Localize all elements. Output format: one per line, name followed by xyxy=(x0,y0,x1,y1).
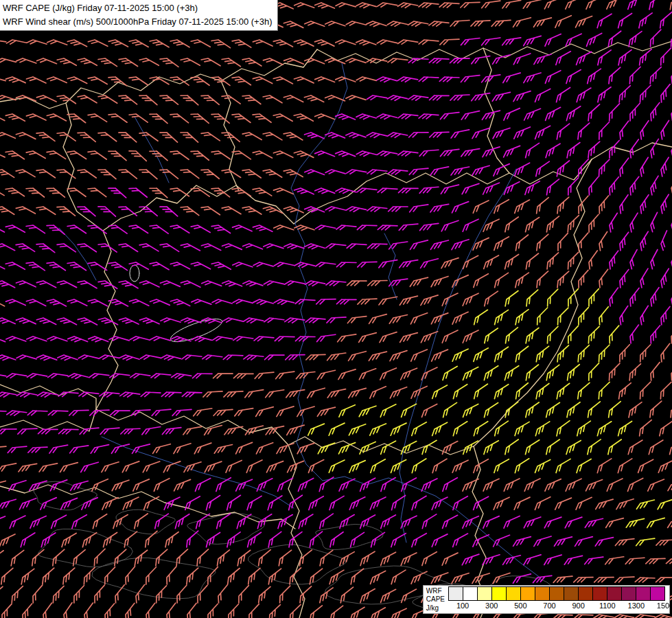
legend-swatch xyxy=(535,587,550,600)
map-title-box: WRF CAPE (J/kg) Friday 07-11-2025 15:00 … xyxy=(0,0,278,31)
legend-swatch xyxy=(579,587,593,600)
legend-swatch xyxy=(492,587,507,600)
legend-tick: 100 xyxy=(456,602,469,610)
legend-swatch xyxy=(521,587,535,600)
legend-swatch xyxy=(607,587,622,600)
legend-tick: 500 xyxy=(514,602,526,610)
legend-tick: 700 xyxy=(543,602,555,610)
legend-swatch xyxy=(622,587,636,600)
legend-label-unit: J/kg xyxy=(426,604,445,613)
legend-swatch xyxy=(651,587,664,600)
legend-swatches xyxy=(448,586,665,601)
legend-swatch xyxy=(593,587,607,600)
legend-label: WRF CAPE J/kg xyxy=(425,586,448,613)
weather-map-canvas xyxy=(0,0,672,618)
legend-swatch xyxy=(564,587,579,600)
legend-label-param: CAPE xyxy=(426,595,445,604)
legend-swatch xyxy=(507,587,521,600)
legend-swatch xyxy=(478,587,492,600)
legend-ticks: 100300500700900110013001500 xyxy=(448,601,665,610)
cape-legend: WRF CAPE J/kg 10030050070090011001300150… xyxy=(423,585,670,615)
title-line-cape: WRF CAPE (J/kg) Friday 07-11-2025 15:00 … xyxy=(3,1,272,15)
legend-scale: 100300500700900110013001500 xyxy=(448,586,665,613)
legend-tick: 1100 xyxy=(599,602,616,610)
legend-tick: 1300 xyxy=(628,602,645,610)
legend-tick: 1500 xyxy=(657,602,672,610)
legend-swatch xyxy=(449,587,463,600)
legend-swatch xyxy=(550,587,564,600)
legend-swatch xyxy=(463,587,478,600)
legend-tick: 300 xyxy=(485,602,498,610)
title-line-windshear: WRF Wind shear (m/s) 500/1000hPa Friday … xyxy=(3,15,272,29)
legend-swatch xyxy=(636,587,651,600)
legend-tick: 900 xyxy=(572,602,584,610)
legend-label-model: WRF xyxy=(426,587,445,596)
